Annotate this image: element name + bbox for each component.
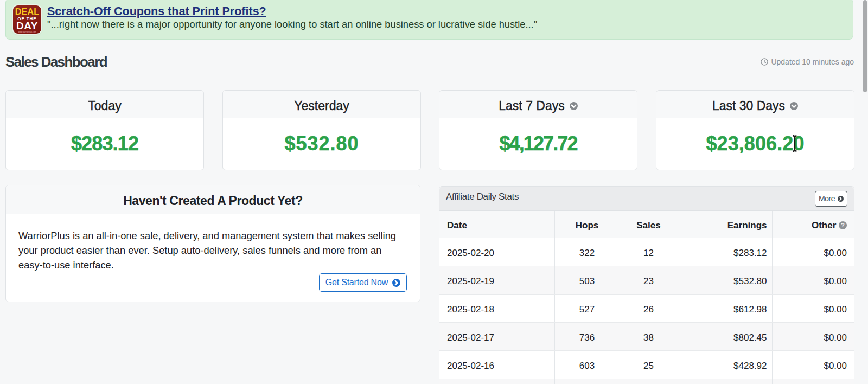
svg-text:?: ? xyxy=(841,222,845,228)
